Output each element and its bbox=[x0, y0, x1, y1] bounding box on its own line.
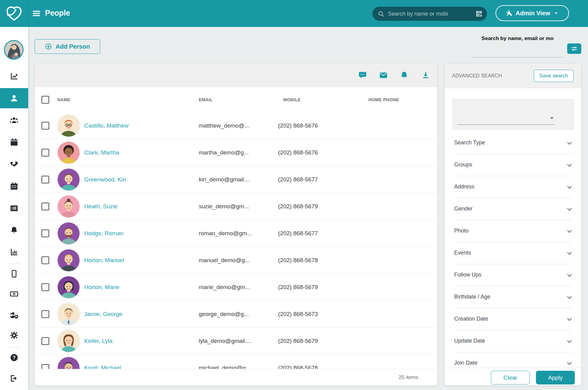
row-menu-button[interactable] bbox=[420, 147, 433, 157]
handshake-icon bbox=[10, 160, 18, 169]
mobile-icon bbox=[10, 269, 18, 278]
filter-section-groups[interactable]: Groups bbox=[445, 154, 581, 176]
person-name-link[interactable]: Jamie, George bbox=[84, 301, 123, 327]
row-checkbox[interactable] bbox=[41, 229, 49, 237]
save-search-button[interactable]: Save search bbox=[534, 70, 574, 82]
person-email: roman_demo@gm... bbox=[199, 220, 252, 247]
row-checkbox[interactable] bbox=[41, 283, 49, 291]
app-logo bbox=[0, 0, 28, 27]
filter-button[interactable] bbox=[567, 43, 581, 54]
sidebar-item-help[interactable]: ? bbox=[0, 347, 28, 368]
filter-section-label: Groups bbox=[454, 162, 472, 168]
apply-button[interactable]: Apply bbox=[536, 371, 575, 384]
send-sms-button[interactable] bbox=[358, 71, 368, 80]
plus-circle-icon bbox=[45, 43, 52, 50]
person-name-link[interactable]: Heath, Suzie bbox=[84, 193, 118, 220]
filter-section-follow-ups[interactable]: Follow Ups bbox=[445, 264, 581, 286]
qr-code-icon[interactable] bbox=[475, 10, 483, 17]
sidebar-item-people[interactable] bbox=[0, 88, 28, 108]
table-row: Castillo, Matthew matthew_demo@... (202)… bbox=[35, 112, 437, 139]
person-name-link[interactable]: Greenwood, Kiri bbox=[84, 166, 126, 193]
filter-section-label: Follow Ups bbox=[454, 272, 481, 278]
sidebar-item-notifications[interactable] bbox=[0, 220, 28, 240]
filter-section-label: Creation Date bbox=[454, 316, 488, 322]
filter-section-label: Birthdate / Age bbox=[454, 294, 490, 300]
row-menu-button[interactable] bbox=[420, 174, 433, 184]
sidebar-item-mobile-app[interactable] bbox=[0, 264, 28, 284]
row-menu-button[interactable] bbox=[420, 255, 433, 265]
sidebar-item-logout[interactable] bbox=[0, 368, 28, 388]
person-mobile: (202) 868-5677 bbox=[278, 220, 318, 247]
table-row: Heath, Suzie suzie_demo@gm... (202) 868-… bbox=[35, 193, 437, 220]
row-checkbox[interactable] bbox=[41, 122, 49, 130]
filter-section-gender[interactable]: Gender bbox=[445, 198, 581, 220]
sidebar-item-schedule[interactable] bbox=[0, 176, 28, 196]
send-email-button[interactable] bbox=[379, 71, 388, 80]
person-name-link[interactable]: Hodge, Roman bbox=[84, 220, 123, 247]
chevron-down-icon bbox=[566, 316, 573, 323]
menu-icon[interactable] bbox=[32, 9, 41, 18]
filter-section-creation-date[interactable]: Creation Date bbox=[445, 308, 581, 330]
filter-section-label: Events bbox=[454, 250, 471, 256]
search-icon bbox=[378, 10, 385, 17]
sidebar-item-lists[interactable] bbox=[0, 198, 28, 218]
export-download-button[interactable] bbox=[421, 71, 431, 80]
profile-avatar[interactable] bbox=[4, 40, 24, 60]
saved-search-select[interactable] bbox=[452, 99, 575, 130]
send-notification-button[interactable] bbox=[400, 71, 409, 80]
row-checkbox[interactable] bbox=[41, 176, 49, 184]
row-menu-button[interactable] bbox=[420, 336, 433, 346]
person-mobile: (202) 868-5679 bbox=[278, 328, 318, 354]
clear-button[interactable]: Clear bbox=[491, 371, 530, 384]
select-all-checkbox[interactable] bbox=[41, 96, 49, 104]
sidebar-item-settings[interactable] bbox=[0, 325, 28, 345]
row-checkbox[interactable] bbox=[41, 256, 49, 264]
person-name-link[interactable]: Castillo, Matthew bbox=[84, 112, 129, 139]
column-header-home-phone[interactable]: HOME PHONE bbox=[368, 97, 399, 102]
filter-section-events[interactable]: Events bbox=[445, 242, 581, 264]
person-mobile: (202) 868-5676 bbox=[278, 139, 318, 166]
person-name-link[interactable]: Keller, Lyla bbox=[84, 328, 112, 354]
sidebar-item-engagement[interactable] bbox=[0, 154, 28, 174]
sidebar-item-admin-users[interactable] bbox=[0, 305, 28, 325]
filter-section-update-date[interactable]: Update Date bbox=[445, 330, 581, 352]
profile-picture bbox=[5, 41, 23, 59]
filter-section-birthdate-age[interactable]: Birthdate / Age bbox=[445, 286, 581, 308]
filter-section-photo[interactable]: Photo bbox=[445, 220, 581, 242]
money-icon: $ bbox=[10, 290, 18, 298]
table-toolbar bbox=[35, 63, 437, 87]
row-menu-button[interactable] bbox=[420, 228, 433, 238]
row-menu-button[interactable] bbox=[420, 201, 433, 211]
filter-section-search-type[interactable]: Search Type bbox=[445, 132, 581, 154]
person-avatar bbox=[58, 115, 80, 137]
row-checkbox[interactable] bbox=[41, 310, 49, 318]
row-checkbox[interactable] bbox=[41, 337, 49, 345]
filter-section-address[interactable]: Address bbox=[445, 176, 581, 198]
person-name-link[interactable]: Horton, Manuel bbox=[84, 247, 124, 273]
sidebar-item-calendar[interactable] bbox=[0, 132, 28, 152]
sidebar-item-dashboard[interactable] bbox=[0, 66, 28, 86]
page-title: People bbox=[45, 9, 70, 17]
add-person-button[interactable]: Add Person bbox=[35, 39, 100, 54]
person-name-link[interactable]: Clark, Martha bbox=[84, 139, 119, 166]
row-menu-button[interactable] bbox=[420, 121, 433, 130]
person-name-link[interactable]: Horton, Marie bbox=[84, 274, 119, 300]
sidebar-item-giving[interactable]: $ bbox=[0, 284, 28, 304]
sidebar-item-reports[interactable] bbox=[0, 242, 28, 262]
row-checkbox[interactable] bbox=[41, 149, 49, 157]
admin-view-button[interactable]: Admin View bbox=[496, 5, 569, 21]
global-search-input[interactable]: Search by name or mobi bbox=[372, 7, 487, 21]
add-person-label: Add Person bbox=[55, 43, 90, 50]
person-email: martha_demo@g... bbox=[199, 139, 249, 166]
person-email: george_demo@g... bbox=[199, 301, 249, 327]
people-table-card: NAME EMAIL MOBILE HOME PHONE Castillo, M… bbox=[35, 63, 437, 386]
chevron-down-icon bbox=[566, 228, 573, 235]
row-menu-button[interactable] bbox=[420, 309, 433, 319]
quick-search-input[interactable] bbox=[472, 57, 563, 58]
row-menu-button[interactable] bbox=[420, 282, 433, 292]
column-header-name[interactable]: NAME bbox=[57, 97, 70, 102]
sidebar-item-groups[interactable] bbox=[0, 110, 28, 130]
column-header-email[interactable]: EMAIL bbox=[199, 97, 213, 102]
row-checkbox[interactable] bbox=[41, 202, 49, 210]
column-header-mobile[interactable]: MOBILE bbox=[283, 97, 301, 102]
